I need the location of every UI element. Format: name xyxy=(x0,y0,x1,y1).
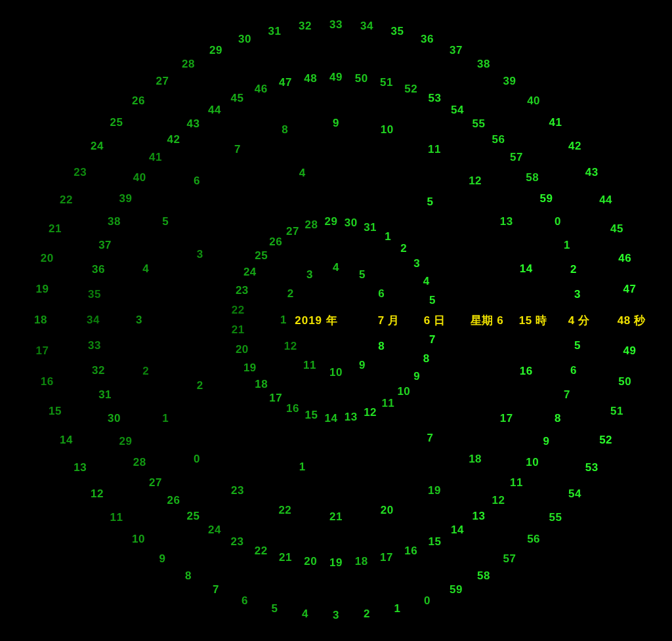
second-tick: 39 xyxy=(503,75,516,88)
second-tick: 46 xyxy=(618,252,631,265)
month-tick: 8 xyxy=(378,340,385,353)
minute-tick: 34 xyxy=(87,314,100,327)
hour-tick: 4 xyxy=(142,262,149,276)
minute-tick: 54 xyxy=(451,104,464,117)
second-tick: 27 xyxy=(156,75,169,88)
month-tick: 3 xyxy=(306,268,313,281)
second-tick: 17 xyxy=(35,344,49,358)
day-tick: 2 xyxy=(400,242,407,255)
second-tick: 2 xyxy=(364,608,370,621)
day-tick: 30 xyxy=(345,217,358,230)
month-tick: 6 xyxy=(378,287,385,300)
second-tick: 12 xyxy=(91,487,104,501)
minute-tick: 15 xyxy=(429,535,442,548)
day-tick: 21 xyxy=(232,323,245,337)
minute-tick: 28 xyxy=(133,456,146,469)
day-tick: 6 日 xyxy=(424,313,446,328)
minute-tick: 47 xyxy=(279,76,292,89)
minute-tick: 35 xyxy=(88,288,101,301)
minute-tick: 9 xyxy=(543,435,549,448)
second-tick: 51 xyxy=(610,405,623,418)
second-tick: 53 xyxy=(585,461,598,474)
day-tick: 15 xyxy=(304,409,318,422)
day-tick: 19 xyxy=(243,362,257,375)
day-tick: 4 xyxy=(423,275,430,288)
minute-tick: 57 xyxy=(510,151,523,164)
second-tick: 8 xyxy=(185,569,192,583)
hour-tick: 21 xyxy=(329,510,343,524)
second-tick: 33 xyxy=(329,18,343,31)
day-tick: 24 xyxy=(243,266,257,279)
second-tick: 16 xyxy=(41,375,54,388)
weekday-tick: 星期 6 xyxy=(471,313,503,328)
hour-tick: 2 xyxy=(142,365,149,378)
minute-tick: 2 xyxy=(570,263,577,276)
day-tick: 29 xyxy=(324,215,337,228)
second-tick: 9 xyxy=(159,552,166,566)
minute-tick: 11 xyxy=(510,476,523,489)
day-tick: 26 xyxy=(269,236,282,249)
minute-tick: 59 xyxy=(539,192,553,205)
second-tick: 49 xyxy=(623,344,637,358)
hour-tick: 10 xyxy=(381,123,394,136)
minute-tick: 5 xyxy=(574,339,581,352)
day-tick: 20 xyxy=(236,343,249,356)
second-tick: 42 xyxy=(568,140,581,153)
day-tick: 27 xyxy=(286,225,299,238)
day-tick: 3 xyxy=(413,257,420,270)
minute-tick: 31 xyxy=(98,388,112,402)
hour-tick: 15 時 xyxy=(519,313,547,328)
minute-tick: 58 xyxy=(526,171,539,184)
minute-tick: 18 xyxy=(355,555,368,568)
second-tick: 48 秒 xyxy=(618,313,646,328)
second-tick: 55 xyxy=(549,511,562,524)
minute-tick: 7 xyxy=(564,388,570,402)
second-tick: 23 xyxy=(74,166,87,179)
month-tick: 10 xyxy=(329,366,343,379)
minute-tick: 24 xyxy=(208,524,221,537)
minute-tick: 37 xyxy=(98,239,112,252)
second-tick: 11 xyxy=(110,511,123,524)
minute-tick: 33 xyxy=(88,339,101,352)
minute-tick: 13 xyxy=(472,510,486,523)
day-tick: 5 xyxy=(429,294,436,307)
day-tick: 13 xyxy=(345,411,358,424)
hour-tick: 9 xyxy=(333,117,339,130)
day-tick: 10 xyxy=(397,385,410,398)
second-tick: 19 xyxy=(35,283,49,296)
month-tick: 9 xyxy=(359,359,366,372)
second-tick: 56 xyxy=(527,533,540,546)
minute-tick: 42 xyxy=(167,133,180,146)
weekday-tick: 4 xyxy=(299,167,306,180)
minute-tick: 16 xyxy=(404,545,417,558)
day-tick: 18 xyxy=(255,378,268,391)
day-tick: 8 xyxy=(423,352,430,365)
second-tick: 57 xyxy=(503,552,516,566)
day-tick: 14 xyxy=(324,412,337,425)
weekday-tick: 3 xyxy=(197,248,203,261)
second-tick: 14 xyxy=(60,434,73,447)
minute-tick: 49 xyxy=(329,71,343,84)
minute-tick: 48 xyxy=(304,72,317,85)
second-tick: 7 xyxy=(213,583,219,596)
hour-tick: 5 xyxy=(162,215,169,228)
day-tick: 7 xyxy=(429,333,436,346)
clock-stage: 2019 年 1234567 月89101112123456 日78910111… xyxy=(0,0,672,641)
month-tick: 2 xyxy=(287,287,294,300)
minute-tick: 38 xyxy=(108,215,121,228)
weekday-tick: 1 xyxy=(299,461,306,474)
second-tick: 0 xyxy=(424,594,430,608)
hour-tick: 8 xyxy=(282,123,288,136)
minute-tick: 23 xyxy=(231,535,244,548)
minute-tick: 22 xyxy=(255,545,268,558)
minute-tick: 8 xyxy=(555,412,561,425)
minute-tick: 25 xyxy=(187,510,200,523)
second-tick: 28 xyxy=(182,58,195,71)
hour-tick: 14 xyxy=(520,262,533,276)
minute-tick: 43 xyxy=(187,117,200,131)
minute-tick: 6 xyxy=(570,364,577,377)
day-tick: 17 xyxy=(269,392,282,405)
second-tick: 37 xyxy=(450,44,463,57)
hour-tick: 16 xyxy=(520,365,533,378)
month-tick: 12 xyxy=(284,340,297,353)
